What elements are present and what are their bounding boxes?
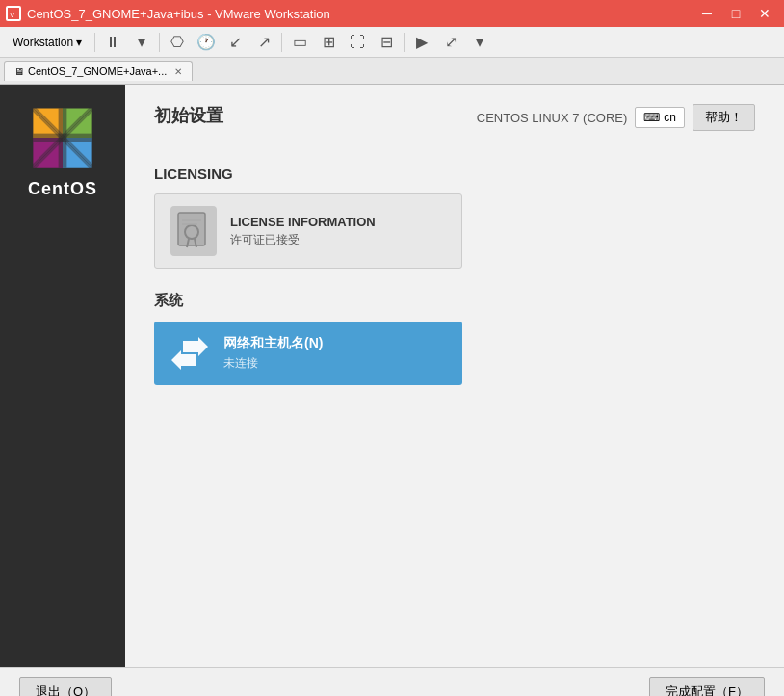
finish-button[interactable]: 完成配置（F） [649, 677, 765, 697]
lang-code: cn [664, 111, 676, 124]
license-info: LICENSE INFORMATION 许可证已接受 [230, 215, 376, 248]
title-bar: V CentOS_7_GNOME+Java+ibus - VMware Work… [0, 0, 784, 27]
minimize-button[interactable]: ─ [693, 4, 720, 23]
menu-bar: Workstation ▾ ⏸ ▾ ⎔ 🕐 ↙ ↗ ▭ ⊞ ⛶ ⊟ ▶ ⤢ ▾ [0, 27, 784, 58]
send-ctrl-alt-del-button[interactable]: ⎔ [164, 30, 191, 55]
console-button[interactable]: ▶ [408, 30, 435, 55]
pause-button[interactable]: ⏸ [99, 30, 126, 55]
vm-tab[interactable]: 🖥 CentOS_7_GNOME+Java+... ✕ [4, 61, 193, 81]
revert2-button[interactable]: ↗ [250, 30, 277, 55]
network-icon [170, 333, 210, 374]
system-title: 系统 [154, 292, 755, 310]
licensing-section: LICENSING LICENSE INFORMATION 许可证已接 [154, 166, 755, 269]
quit-button[interactable]: 退出（Q） [19, 677, 112, 697]
fullscreen-button[interactable]: ⛶ [344, 30, 371, 55]
license-card[interactable]: LICENSE INFORMATION 许可证已接受 [154, 193, 462, 269]
language-selector[interactable]: ⌨ cn [635, 107, 685, 128]
revert-button[interactable]: ↙ [222, 30, 248, 55]
svg-marker-21 [171, 350, 196, 370]
app-icon: V [6, 6, 21, 21]
centos-logo: CentOS [28, 104, 97, 199]
menu-separator [94, 33, 95, 52]
centos-version-label: CENTOS LINUX 7 (CORE) [477, 111, 628, 125]
top-right-controls: CENTOS LINUX 7 (CORE) ⌨ cn 帮助！ [477, 104, 755, 131]
content-area: 初始设置 CENTOS LINUX 7 (CORE) ⌨ cn 帮助！ LICE… [125, 85, 784, 667]
window-controls: ─ □ ✕ [693, 4, 778, 23]
workstation-dropdown-icon: ▾ [76, 36, 82, 49]
display-button[interactable]: ⤢ [437, 30, 464, 55]
workstation-menu-label: Workstation [13, 36, 73, 49]
window-title: CentOS_7_GNOME+Java+ibus - VMware Workst… [27, 7, 330, 21]
workstation-menu[interactable]: Workstation ▾ [4, 31, 91, 54]
close-button[interactable]: ✕ [751, 4, 778, 23]
license-icon [170, 206, 217, 256]
toolbar-sep-1 [159, 33, 160, 52]
unity-button[interactable]: ⊟ [373, 30, 400, 55]
content-header: 初始设置 CENTOS LINUX 7 (CORE) ⌨ cn 帮助！ [154, 104, 755, 146]
keyboard-icon: ⌨ [643, 111, 660, 124]
help-button[interactable]: 帮助！ [693, 104, 755, 131]
multi-screen-button[interactable]: ⊞ [315, 30, 342, 55]
tab-close-icon[interactable]: ✕ [174, 66, 182, 77]
tab-label: CentOS_7_GNOME+Java+... [28, 65, 167, 77]
pause-dropdown[interactable]: ▾ [128, 30, 155, 55]
license-name: LICENSE INFORMATION [230, 215, 376, 229]
display-dropdown[interactable]: ▾ [466, 30, 493, 55]
network-status: 未连接 [223, 355, 323, 372]
svg-rect-14 [178, 213, 205, 245]
toolbar-sep-2 [281, 33, 282, 52]
centos-logo-text: CentOS [28, 179, 97, 199]
maximize-button[interactable]: □ [722, 4, 749, 23]
network-card[interactable]: 网络和主机名(N) 未连接 [154, 322, 462, 385]
licensing-title: LICENSING [154, 166, 755, 182]
sidebar: CentOS [0, 85, 125, 667]
toolbar-sep-3 [404, 33, 405, 52]
snapshot-button[interactable]: 🕐 [193, 30, 220, 55]
tab-vm-icon: 🖥 [14, 66, 24, 77]
single-screen-button[interactable]: ▭ [286, 30, 313, 55]
bottom-bar: 退出（Q） 完成配置（F） [0, 667, 784, 696]
main-content: CentOS 初始设置 CENTOS LINUX 7 (CORE) ⌨ cn 帮… [0, 85, 784, 667]
centos-logo-graphic [29, 104, 96, 171]
svg-text:V: V [10, 11, 15, 19]
network-name: 网络和主机名(N) [223, 335, 323, 352]
tab-bar: 🖥 CentOS_7_GNOME+Java+... ✕ [0, 58, 784, 85]
system-section: 系统 网络和主机名(N) 未连接 [154, 292, 755, 385]
network-info: 网络和主机名(N) 未连接 [223, 335, 323, 372]
license-status: 许可证已接受 [230, 232, 376, 248]
svg-marker-20 [183, 337, 208, 356]
page-title: 初始设置 [154, 104, 223, 127]
